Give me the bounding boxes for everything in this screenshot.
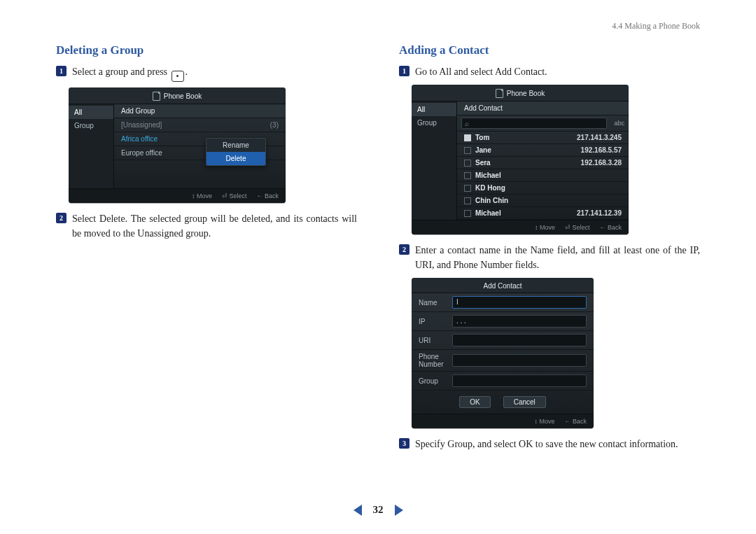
contact-row[interactable]: Sera192.168.3.28: [457, 157, 629, 169]
step-2-text: Select Delete. The selected group will b…: [72, 211, 357, 241]
contact-checkbox[interactable]: [464, 147, 471, 154]
step-1b-text: Go to All and select Add Contact.: [415, 64, 547, 79]
footer-back: ← Back: [599, 224, 622, 231]
contact-ip: 217.141.3.245: [577, 134, 622, 141]
add-contact-row[interactable]: Add Contact: [457, 101, 629, 115]
search-input[interactable]: ⌕: [461, 118, 607, 129]
contact-row[interactable]: Tom217.141.3.245: [457, 132, 629, 144]
contact-row[interactable]: KD Hong: [457, 182, 629, 195]
contact-row[interactable]: Michael217.141.12.39: [457, 207, 629, 220]
step-badge-1: 1: [56, 66, 66, 76]
step-badge-2b: 2: [399, 244, 410, 255]
label-group: Group: [419, 377, 452, 385]
add-group-row[interactable]: Add Group: [114, 104, 286, 118]
sidebar-item-group[interactable]: Group: [69, 119, 113, 132]
uri-field[interactable]: [452, 334, 587, 346]
footer-move: ↕ Move: [192, 192, 212, 199]
search-icon: ⌕: [465, 120, 469, 127]
prev-page-icon[interactable]: [354, 505, 362, 516]
context-menu-rename[interactable]: Rename: [206, 139, 265, 152]
contact-ip: 192.168.5.57: [581, 146, 622, 154]
contact-row[interactable]: Jane192.168.5.57: [457, 144, 629, 157]
contact-row[interactable]: Michael: [457, 169, 629, 182]
footer-back: ← Back: [564, 418, 587, 425]
step-1-text: Select a group and press .: [72, 64, 188, 82]
contact-checkbox[interactable]: [464, 160, 471, 167]
label-ip: IP: [419, 318, 452, 325]
screenshot-delete-group: Phone Book All Group Add Group [Unassign…: [69, 87, 286, 203]
ok-button[interactable]: OK: [459, 396, 490, 408]
contact-checkbox[interactable]: [464, 172, 471, 179]
contact-name: KD Hong: [475, 184, 617, 192]
heading-deleting-group: Deleting a Group: [56, 43, 357, 57]
step-badge-3b: 3: [399, 438, 410, 449]
group-row-unassigned[interactable]: [Unassigned] (3): [114, 118, 286, 132]
name-field[interactable]: I: [452, 296, 587, 309]
contact-name: Jane: [475, 146, 577, 154]
form-title: Add Contact: [483, 282, 522, 290]
breadcrumb: 4.4 Making a Phone Book: [612, 21, 700, 31]
context-menu-delete[interactable]: Delete: [206, 152, 265, 165]
shot-title: Phone Book: [164, 92, 202, 100]
group-field[interactable]: [452, 374, 587, 387]
footer-select: ⏎ Select: [565, 224, 590, 231]
pager: 32: [0, 504, 756, 516]
contact-checkbox[interactable]: [464, 197, 471, 204]
phonebook-icon: [153, 92, 160, 101]
contact-name: Sera: [475, 159, 577, 167]
step-badge-2: 2: [56, 213, 66, 223]
ip-field[interactable]: . . .: [452, 315, 587, 328]
phonebook-icon: [496, 89, 503, 98]
step-3b-text: Specify Group, and select OK to save the…: [415, 437, 678, 451]
context-menu: Rename Delete: [206, 138, 266, 166]
step-2b-text: Enter a contact name in the Name field, …: [415, 243, 700, 272]
sidebar-item-all[interactable]: All: [412, 103, 456, 116]
sidebar-item-all[interactable]: All: [69, 106, 113, 119]
contact-name: Tom: [475, 134, 573, 141]
contact-ip: 192.168.3.28: [581, 159, 622, 167]
contact-name: Michael: [475, 171, 617, 179]
label-phone: Phone Number: [419, 353, 452, 368]
heading-adding-contact: Adding a Contact: [399, 43, 700, 57]
ime-mode: abc: [614, 120, 624, 127]
page-number: 32: [373, 504, 384, 516]
label-uri: URI: [419, 337, 452, 344]
sidebar-item-group[interactable]: Group: [412, 116, 456, 129]
contact-checkbox[interactable]: [464, 185, 471, 192]
contact-ip: 217.141.12.39: [577, 209, 622, 217]
footer-back: ← Back: [256, 192, 279, 199]
phone-field[interactable]: [452, 354, 587, 367]
remote-button-icon: [172, 71, 184, 82]
next-page-icon[interactable]: [395, 505, 403, 516]
contact-name: Chin Chin: [475, 197, 617, 204]
contact-name: Michael: [475, 209, 573, 217]
cancel-button[interactable]: Cancel: [503, 396, 546, 408]
screenshot-add-contact-form: Add Contact Name I IP . . . URI Phone N: [412, 278, 594, 428]
footer-move: ↕ Move: [535, 224, 555, 231]
step-badge-1b: 1: [399, 66, 410, 76]
contact-row[interactable]: Chin Chin: [457, 195, 629, 207]
screenshot-contact-list: Phone Book All Group Add Contact ⌕ abc: [412, 85, 629, 234]
contact-checkbox[interactable]: [464, 134, 471, 141]
footer-move: ↕ Move: [534, 418, 554, 425]
shot-title: Phone Book: [507, 90, 545, 97]
label-name: Name: [419, 299, 452, 307]
footer-select: ⏎ Select: [222, 192, 247, 199]
contact-checkbox[interactable]: [464, 210, 471, 217]
